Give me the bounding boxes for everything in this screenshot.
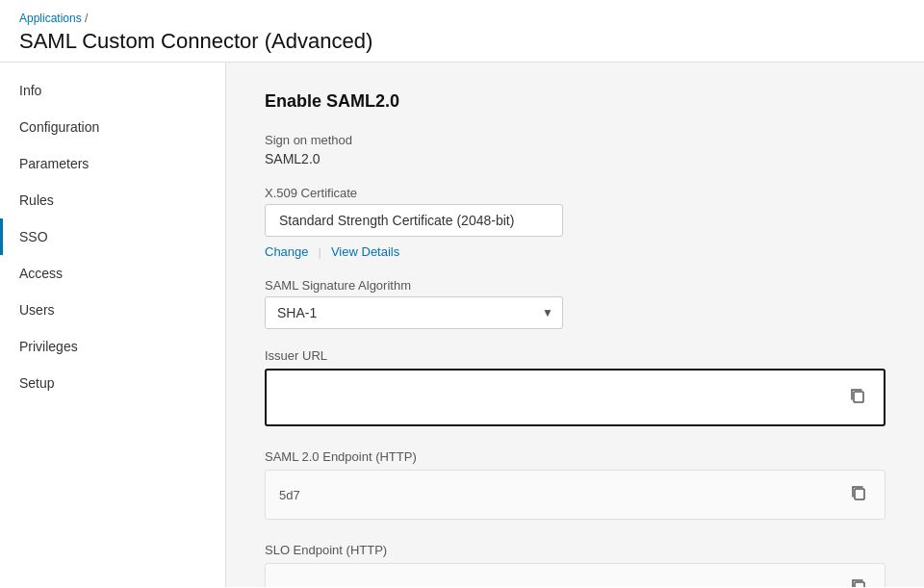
- sidebar-item-label: Access: [19, 266, 63, 281]
- sidebar: Info Configuration Parameters Rules SSO …: [0, 63, 226, 587]
- sign-on-method-label: Sign on method: [265, 133, 886, 147]
- sidebar-item-access[interactable]: Access: [0, 255, 225, 292]
- saml-endpoint-section: SAML 2.0 Endpoint (HTTP) 5d7: [265, 449, 886, 520]
- header: Applications / SAML Custom Connector (Ad…: [0, 0, 924, 63]
- sidebar-item-label: Parameters: [19, 156, 89, 171]
- sidebar-item-sso[interactable]: SSO: [0, 218, 225, 255]
- sidebar-item-info[interactable]: Info: [0, 72, 225, 109]
- certificate-box: Standard Strength Certificate (2048-bit): [265, 204, 563, 237]
- issuer-url-copy-button[interactable]: [845, 383, 870, 412]
- certificate-group: X.509 Certificate Standard Strength Cert…: [265, 186, 886, 259]
- page-title: SAML Custom Connector (Advanced): [19, 29, 905, 54]
- certificate-links: Change | View Details: [265, 244, 886, 259]
- view-details-button[interactable]: View Details: [331, 244, 399, 259]
- copy-icon: [849, 387, 866, 404]
- svg-rect-2: [855, 582, 864, 587]
- section-title: Enable SAML2.0: [265, 91, 886, 112]
- copy-icon: [850, 577, 867, 587]
- saml-endpoint-value: 5d7: [279, 488, 838, 502]
- breadcrumb: Applications /: [19, 12, 905, 25]
- issuer-url-section: Issuer URL: [265, 348, 886, 426]
- sign-on-method-value: SAML2.0: [265, 151, 886, 166]
- breadcrumb-parent[interactable]: Applications: [19, 12, 82, 25]
- breadcrumb-separator: /: [85, 12, 88, 25]
- saml-endpoint-label: SAML 2.0 Endpoint (HTTP): [265, 449, 886, 464]
- slo-endpoint-label: SLO Endpoint (HTTP): [265, 543, 886, 557]
- slo-endpoint-field: [265, 563, 886, 587]
- sidebar-item-label: SSO: [19, 229, 48, 244]
- sidebar-item-setup[interactable]: Setup: [0, 365, 225, 401]
- issuer-url-label: Issuer URL: [265, 348, 886, 363]
- sidebar-item-configuration[interactable]: Configuration: [0, 109, 225, 145]
- sign-on-method-group: Sign on method SAML2.0: [265, 133, 886, 166]
- svg-rect-1: [855, 489, 864, 499]
- signature-algorithm-dropdown-wrapper: SHA-1 SHA-256 SHA-384 SHA-512 ▼: [265, 296, 563, 329]
- signature-algorithm-group: SAML Signature Algorithm SHA-1 SHA-256 S…: [265, 278, 886, 329]
- sidebar-item-rules[interactable]: Rules: [0, 182, 225, 218]
- signature-algorithm-label: SAML Signature Algorithm: [265, 278, 886, 293]
- saml-endpoint-copy-button[interactable]: [846, 480, 871, 509]
- sidebar-item-users[interactable]: Users: [0, 292, 225, 328]
- svg-rect-0: [854, 392, 863, 402]
- saml-endpoint-field: 5d7: [265, 470, 886, 520]
- sidebar-item-privileges[interactable]: Privileges: [0, 328, 225, 365]
- signature-algorithm-select[interactable]: SHA-1 SHA-256 SHA-384 SHA-512: [265, 296, 563, 329]
- link-separator: |: [319, 244, 321, 259]
- sidebar-item-label: Rules: [19, 192, 54, 208]
- main-content: Enable SAML2.0 Sign on method SAML2.0 X.…: [226, 63, 924, 587]
- slo-endpoint-copy-button[interactable]: [846, 574, 871, 587]
- change-button[interactable]: Change: [265, 244, 309, 259]
- issuer-url-field: [265, 369, 886, 426]
- certificate-label: X.509 Certificate: [265, 186, 886, 200]
- copy-icon: [850, 484, 867, 501]
- sidebar-item-label: Privileges: [19, 339, 78, 354]
- layout: Info Configuration Parameters Rules SSO …: [0, 63, 924, 587]
- sidebar-item-parameters[interactable]: Parameters: [0, 145, 225, 182]
- sidebar-item-label: Setup: [19, 375, 55, 391]
- slo-endpoint-section: SLO Endpoint (HTTP): [265, 543, 886, 587]
- sidebar-item-label: Configuration: [19, 119, 99, 135]
- sidebar-item-label: Info: [19, 83, 41, 98]
- sidebar-item-label: Users: [19, 302, 55, 318]
